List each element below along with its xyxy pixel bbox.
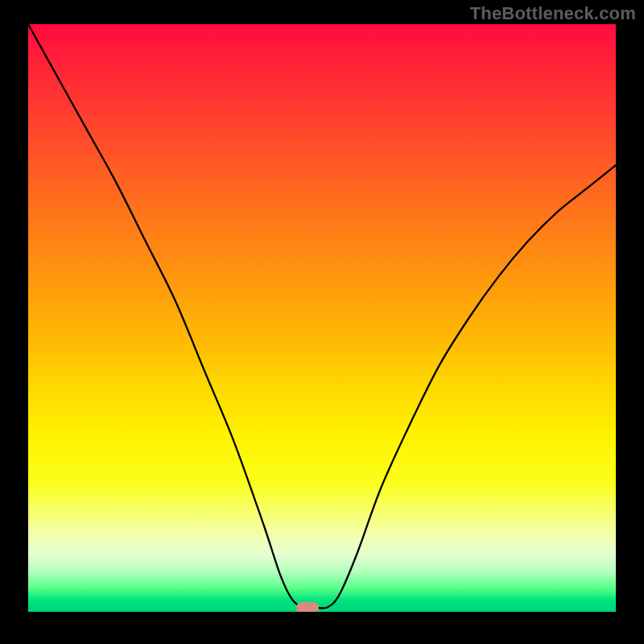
plot-area xyxy=(28,24,616,612)
watermark-text: TheBottleneck.com xyxy=(470,3,636,24)
optimal-point-marker xyxy=(296,602,319,612)
chart-frame: TheBottleneck.com xyxy=(0,0,644,644)
bottleneck-curve xyxy=(28,24,616,612)
